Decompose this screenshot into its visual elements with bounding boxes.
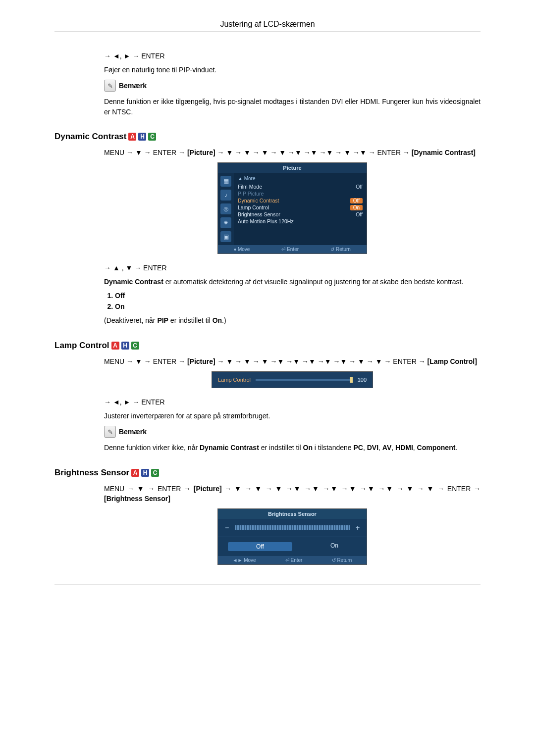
badge-h-icon: H [141, 469, 149, 477]
dc-osd-sidebar: ▦ ♪ ◎ ✷ ▣ [218, 173, 234, 245]
dc-osd-title: Picture [218, 163, 367, 173]
dc-osd-screenshot: Picture ▦ ♪ ◎ ✷ ▣ ▲ More Film Mode Off [217, 162, 367, 254]
bs-osd-footer: ◄► Move ⏎ Enter ↺ Return [218, 556, 367, 564]
intro-nav-sequence: → ◄, ► → ENTER [104, 52, 481, 60]
input-tab-icon: ▣ [220, 231, 231, 242]
lc-osd-slider [256, 379, 353, 381]
badge-a-icon: A [128, 133, 136, 141]
lamp-control-heading-text: Lamp Control [54, 341, 109, 351]
dc-menu-path: MENU → ▼ → ENTER → [Picture] → ▼ → ▼ → ▼… [104, 148, 481, 157]
badge-c-icon: C [148, 133, 156, 141]
minus-icon: − [224, 524, 230, 532]
intro-note-label: Bemærk [119, 82, 147, 90]
note-icon: ✎ [104, 426, 116, 438]
dc-osd-footer: ♦ Move ⏎ Enter ↺ Return [218, 245, 367, 253]
sound-tab-icon: ♪ [220, 190, 231, 201]
bs-osd-on: On [302, 542, 367, 551]
option-tab-icon: ✷ [220, 217, 231, 228]
dc-osd-row-auto-motion: Auto Motion Plus 120Hz [238, 218, 363, 225]
dc-osd-row-dynamic-contrast: Dynamic Contrast Off [238, 197, 363, 204]
lc-note-label: Bemærk [119, 428, 147, 436]
dc-options-list: Off On [104, 292, 481, 310]
setup-tab-icon: ◎ [220, 203, 231, 214]
page-header: Justering af LCD-skærmen [54, 20, 481, 32]
bs-menu-path: MENU → ▼ → ENTER → [Picture] → ▼ → ▼ → ▼… [104, 484, 481, 504]
bs-osd-off: Off [228, 542, 292, 551]
lc-note-body: Denne funktion virker ikke, når Dynamic … [104, 443, 481, 453]
dc-nav2: → ▲ , ▼ → ENTER [104, 264, 481, 272]
intro-description: Føjer en naturlig tone til PIP-vinduet. [104, 65, 481, 75]
badge-a-icon: A [131, 469, 139, 477]
bs-osd-bar-row: − + [218, 519, 367, 537]
badge-h-icon: H [138, 133, 146, 141]
lc-nav2: → ◄, ► → ENTER [104, 398, 481, 406]
lc-osd-slider-thumb [350, 377, 353, 383]
note-icon: ✎ [104, 80, 116, 92]
dc-description: Dynamic Contrast er automatisk detekteri… [104, 277, 481, 287]
lc-osd-value: 100 [358, 377, 367, 383]
plus-icon: + [355, 524, 361, 532]
lc-menu-path: MENU → ▼ → ENTER → [Picture] → ▼ → ▼ → ▼… [104, 356, 481, 366]
bs-osd-options: Off On [218, 537, 367, 556]
dc-deactivated-note: (Deaktiveret, når PIP er indstillet til … [104, 315, 481, 325]
badge-c-icon: C [131, 342, 139, 350]
badge-h-icon: H [121, 342, 129, 350]
picture-tab-icon: ▦ [220, 176, 231, 187]
dc-option-on: On [115, 302, 481, 310]
dc-osd-row-brightness-sensor: Brightness Sensor Off [238, 211, 363, 218]
bs-osd-bar [235, 525, 350, 530]
dc-osd-more: ▲ More [238, 176, 363, 181]
brightness-sensor-heading: Brightness Sensor A H C [54, 468, 481, 478]
badge-a-icon: A [111, 342, 119, 350]
bs-osd-title: Brightness Sensor [218, 509, 367, 519]
lc-description: Justerer inverterpæren for at spare på s… [104, 411, 481, 421]
badge-c-icon: C [151, 469, 159, 477]
bs-osd-screenshot: Brightness Sensor − + Off On ◄► Move ⏎ E… [217, 508, 367, 565]
footer-rule [54, 585, 481, 585]
dynamic-contrast-heading: Dynamic Contrast A H C [54, 132, 481, 142]
dc-osd-list: ▲ More Film Mode Off PIP Picture Dynamic… [234, 173, 367, 245]
brightness-sensor-heading-text: Brightness Sensor [54, 468, 129, 478]
dc-option-off: Off [115, 292, 481, 300]
lamp-control-heading: Lamp Control A H C [54, 341, 481, 351]
lc-osd-label: Lamp Control [218, 377, 251, 383]
dc-osd-row-pip-picture: PIP Picture [238, 190, 363, 197]
intro-note-body: Denne funktion er ikke tilgængelig, hvis… [104, 97, 481, 117]
dynamic-contrast-heading-text: Dynamic Contrast [54, 132, 126, 142]
dc-osd-row-film-mode: Film Mode Off [238, 183, 363, 190]
dc-osd-row-lamp-control: Lamp Control On [238, 204, 363, 211]
lc-osd-screenshot: Lamp Control 100 [212, 371, 373, 388]
